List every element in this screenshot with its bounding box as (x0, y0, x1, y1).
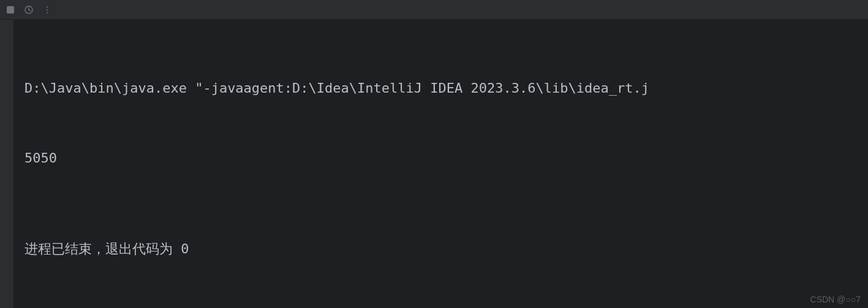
svg-point-2 (47, 9, 48, 10)
svg-point-3 (47, 12, 48, 13)
console-output[interactable]: D:\Java\bin\java.exe "-javaagent:D:\Idea… (0, 20, 868, 308)
svg-point-1 (47, 6, 48, 7)
command-line: D:\Java\bin\java.exe "-javaagent:D:\Idea… (25, 77, 868, 99)
console-toolbar (0, 0, 868, 20)
console-gutter (0, 20, 13, 308)
stop-icon[interactable] (5, 4, 16, 15)
watermark: CSDN @○○7 (810, 295, 861, 304)
rerun-icon[interactable] (23, 4, 34, 15)
more-icon[interactable] (42, 4, 53, 15)
exit-message: 进程已结束，退出代码为 0 (25, 237, 868, 260)
output-value: 5050 (25, 147, 868, 169)
